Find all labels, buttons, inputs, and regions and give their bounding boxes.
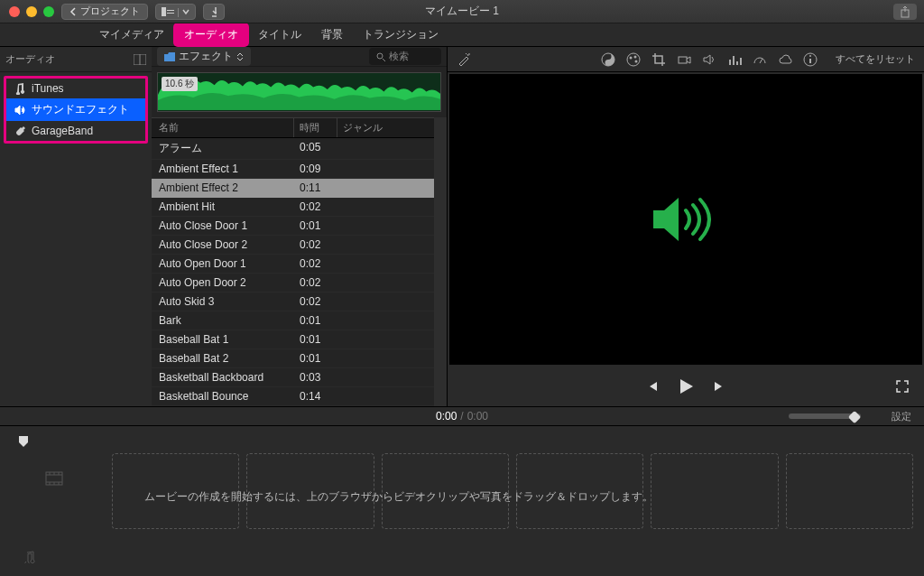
chevron-down-icon: [182, 7, 189, 16]
cell-time: 0:02: [294, 198, 337, 216]
preview-viewport[interactable]: [449, 74, 922, 365]
audio-sidebar: オーディオ iTunes サウンドエフェクト GarageBand: [0, 47, 152, 406]
sidebar-item-sound-effects[interactable]: サウンドエフェクト: [6, 98, 145, 121]
table-row[interactable]: Basketball Backboard0:03: [152, 368, 434, 387]
breadcrumb[interactable]: エフェクト: [157, 47, 251, 66]
timecode-bar: 0:00 / 0:00 設定: [0, 406, 924, 426]
volume-button[interactable]: [702, 52, 716, 67]
table-row[interactable]: Baseball Bat 10:01: [152, 330, 434, 349]
cell-name: Basketball Backboard: [152, 368, 294, 386]
columns-icon: [134, 54, 146, 65]
share-button[interactable]: [893, 4, 917, 20]
search-input[interactable]: 検索: [369, 48, 441, 65]
sidebar-item-label: GarageBand: [32, 125, 93, 137]
folder-icon: [164, 52, 175, 61]
cell-genre: [337, 138, 434, 159]
table-row[interactable]: Ambient Effect 20:11: [152, 179, 434, 198]
equalizer-button[interactable]: [727, 52, 742, 67]
palette-icon: [626, 52, 641, 67]
tab-mymedia[interactable]: マイメディア: [90, 24, 173, 45]
cell-name: Ambient Effect 2: [152, 179, 294, 197]
table-row[interactable]: Ambient Effect 10:09: [152, 160, 434, 179]
speedometer-icon: [753, 52, 767, 67]
svg-point-22: [809, 55, 811, 57]
skip-back-icon: [645, 379, 660, 394]
cell-genre: [337, 349, 434, 367]
crop-icon: [651, 52, 666, 67]
close-window[interactable]: [9, 6, 20, 17]
back-to-projects-button[interactable]: プロジェクト: [61, 4, 148, 20]
search-icon: [376, 52, 385, 61]
play-button[interactable]: [676, 376, 696, 396]
crop-button[interactable]: [651, 52, 666, 67]
info-button[interactable]: [803, 52, 818, 67]
table-row[interactable]: Baseball Bat 20:01: [152, 349, 434, 368]
cell-name: Auto Skid 3: [152, 293, 294, 311]
cell-time: 0:02: [294, 293, 337, 311]
table-row[interactable]: Auto Skid 30:02: [152, 293, 434, 311]
cell-genre: [337, 198, 434, 216]
prev-button[interactable]: [645, 379, 660, 394]
table-row[interactable]: Auto Open Door 10:02: [152, 255, 434, 274]
scrollbar[interactable]: [434, 117, 447, 406]
tab-transitions[interactable]: トランジション: [354, 24, 448, 45]
transport-controls: [448, 367, 924, 406]
tab-audio[interactable]: オーディオ: [175, 24, 247, 45]
magic-wand-button[interactable]: [457, 52, 471, 67]
music-icon: [23, 551, 36, 563]
minimize-window[interactable]: [26, 6, 37, 17]
tab-titles[interactable]: タイトル: [249, 24, 310, 45]
next-button[interactable]: [712, 379, 726, 394]
eq-icon: [727, 52, 742, 67]
fullscreen-button[interactable]: [895, 379, 910, 394]
svg-line-19: [760, 59, 762, 63]
audio-browser: エフェクト 検索 10.6 秒 名前 時間 ジャンル: [152, 47, 448, 406]
cell-time: 0:01: [294, 330, 337, 348]
table-row[interactable]: Auto Close Door 20:02: [152, 236, 434, 255]
tab-backgrounds[interactable]: 背景: [312, 24, 352, 45]
fullscreen-window[interactable]: [43, 6, 54, 17]
waveform-preview[interactable]: 10.6 秒: [157, 72, 441, 112]
col-genre[interactable]: ジャンル: [337, 118, 434, 137]
audio-list[interactable]: アラーム0:05Ambient Effect 10:09Ambient Effe…: [152, 138, 434, 406]
cell-name: Basketball Bounce: [152, 387, 294, 405]
sidebar-item-itunes[interactable]: iTunes: [6, 79, 145, 98]
layout-segmented[interactable]: |: [155, 4, 196, 20]
table-row[interactable]: Basketball Bounce0:14: [152, 387, 434, 406]
timeline[interactable]: ムービーの作成を開始するには、上のブラウザからビデオクリップや写真をドラッグ＆ド…: [0, 426, 924, 574]
audio-track-icon: [23, 551, 36, 563]
import-button[interactable]: [203, 4, 225, 20]
svg-point-12: [634, 55, 637, 58]
playhead[interactable]: [18, 435, 29, 448]
stabilize-button[interactable]: [677, 52, 691, 67]
cell-time: 0:11: [294, 179, 337, 197]
duration-badge: 10.6 秒: [162, 77, 198, 91]
speed-button[interactable]: [753, 52, 767, 67]
cell-time: 0:05: [294, 138, 337, 159]
elapsed-time: 0:00: [436, 410, 457, 423]
color-balance-button[interactable]: [601, 52, 615, 67]
settings-button[interactable]: 設定: [892, 410, 911, 423]
cell-name: Auto Close Door 2: [152, 236, 294, 254]
table-row[interactable]: Bark0:01: [152, 311, 434, 330]
col-name[interactable]: 名前: [152, 118, 294, 137]
media-tabs: マイメディア オーディオ タイトル 背景 トランジション: [0, 23, 924, 47]
col-time[interactable]: 時間: [294, 118, 337, 137]
table-row[interactable]: アラーム0:05: [152, 138, 434, 160]
table-row[interactable]: Auto Open Door 20:02: [152, 274, 434, 293]
cell-genre: [337, 160, 434, 178]
table-row[interactable]: Ambient Hit0:02: [152, 198, 434, 217]
wand-icon: [457, 52, 471, 67]
filter-button[interactable]: [778, 52, 792, 67]
search-placeholder: 検索: [389, 50, 409, 63]
table-row[interactable]: Auto Close Door 10:01: [152, 217, 434, 236]
cell-genre: [337, 368, 434, 386]
titlebar: プロジェクト | マイムービー 1: [0, 0, 924, 23]
skip-forward-icon: [712, 379, 726, 394]
sidebar-item-garageband[interactable]: GarageBand: [6, 121, 145, 141]
color-correction-button[interactable]: [626, 52, 641, 67]
reset-all-button[interactable]: すべてをリセット: [836, 52, 915, 66]
updown-icon: [236, 52, 244, 61]
window-title: マイムービー 1: [425, 4, 499, 19]
list-view-toggle[interactable]: [134, 54, 146, 65]
